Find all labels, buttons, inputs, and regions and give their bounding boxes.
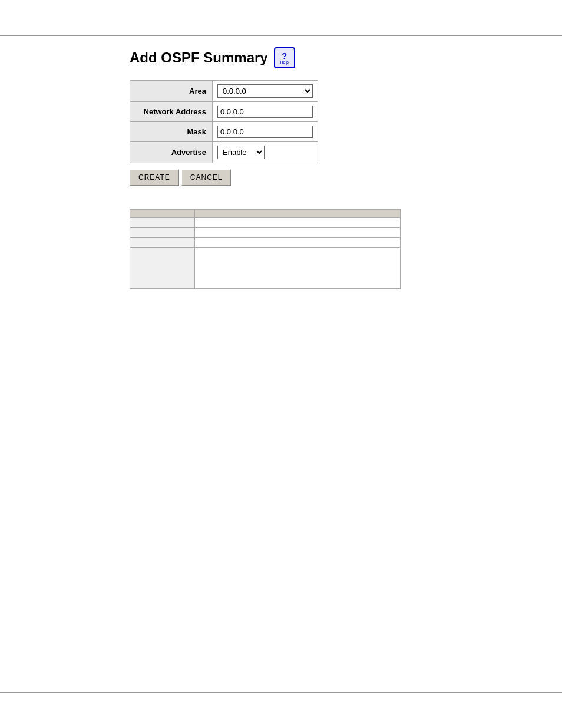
network-address-input[interactable] [217, 106, 313, 118]
lower-table-col1-header [130, 210, 195, 218]
mask-input[interactable] [217, 126, 313, 138]
table-row [130, 248, 401, 289]
ospf-summary-form: Area 0.0.0.0 Network Address Mask Advert… [130, 80, 318, 163]
title-section: Add OSPF Summary ? Help [130, 47, 295, 68]
table-cell [195, 228, 401, 238]
table-row [130, 218, 401, 228]
button-row: CREATE CANCEL [130, 169, 231, 186]
create-button[interactable]: CREATE [130, 169, 179, 186]
area-select[interactable]: 0.0.0.0 [217, 84, 313, 98]
help-question-mark: ? [282, 52, 287, 60]
mask-row: Mask [130, 122, 318, 142]
lower-table [130, 209, 401, 289]
table-cell [195, 218, 401, 228]
advertise-value-cell: Enable Disable [213, 142, 318, 163]
advertise-row: Advertise Enable Disable [130, 142, 318, 163]
table-cell [130, 218, 195, 228]
table-cell [130, 228, 195, 238]
table-row [130, 238, 401, 248]
table-cell [130, 248, 195, 289]
area-row: Area 0.0.0.0 [130, 81, 318, 102]
mask-label: Mask [130, 122, 213, 141]
page-title: Add OSPF Summary [130, 50, 268, 66]
network-address-value-cell [213, 102, 318, 121]
table-row [130, 228, 401, 238]
advertise-label: Advertise [130, 142, 213, 163]
lower-table-container [130, 209, 401, 289]
table-cell [195, 238, 401, 248]
bottom-divider [0, 692, 562, 693]
mask-value-cell [213, 122, 318, 141]
lower-table-col2-header [195, 210, 401, 218]
network-address-row: Network Address [130, 102, 318, 122]
area-value-cell: 0.0.0.0 [213, 81, 318, 101]
network-address-label: Network Address [130, 102, 213, 121]
cancel-button[interactable]: CANCEL [181, 169, 232, 186]
table-cell [195, 248, 401, 289]
help-icon-button[interactable]: ? Help [274, 47, 295, 68]
help-label: Help [280, 60, 289, 64]
area-label: Area [130, 81, 213, 101]
table-cell [130, 238, 195, 248]
top-divider [0, 35, 562, 36]
advertise-select[interactable]: Enable Disable [217, 146, 265, 159]
